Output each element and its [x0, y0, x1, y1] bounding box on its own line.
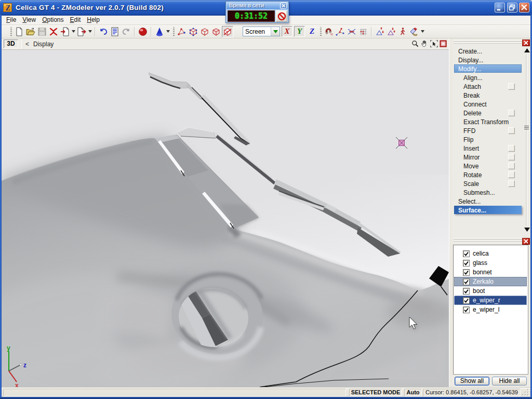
toolbar-gripper[interactable] [171, 27, 176, 36]
axis-constraint-x-button[interactable]: X [282, 26, 292, 37]
paint-select-button[interactable] [408, 26, 420, 37]
close-button[interactable] [519, 3, 529, 12]
command-select[interactable]: Select... [453, 197, 523, 206]
orbit-select-button[interactable] [429, 39, 438, 49]
material-sphere-button[interactable] [137, 26, 149, 37]
objects-panel-grip[interactable] [454, 238, 522, 243]
axis-constraint-z-button[interactable]: Z [307, 26, 317, 37]
disconnect-button[interactable] [276, 10, 287, 22]
magnet-snap-button[interactable] [323, 26, 335, 37]
back-arrow[interactable]: < [25, 41, 29, 48]
weld-vertices-button[interactable] [346, 26, 357, 37]
command-insert[interactable]: Insert [453, 144, 523, 153]
axis-constraint-y-button[interactable]: Y [294, 26, 305, 37]
menu-help[interactable]: Help [84, 16, 103, 24]
online-time-window[interactable]: Время в сети 0:31:52 [225, 1, 289, 23]
maximize-view-button[interactable] [438, 39, 448, 49]
command-option-box[interactable] [508, 110, 514, 116]
open-folder-button[interactable] [25, 26, 36, 37]
show-all-button[interactable]: Show all [455, 377, 489, 385]
command-mirror[interactable]: Mirror [453, 153, 523, 162]
object-visibility-checkbox[interactable] [463, 288, 470, 295]
command-scrollbar-track[interactable] [526, 54, 527, 226]
save-floppy-button[interactable] [36, 26, 48, 37]
toolbar-gripper[interactable] [8, 27, 13, 36]
command-create[interactable]: Create... [453, 47, 523, 56]
hide-all-button[interactable]: Hide all [492, 377, 527, 385]
command-option-box[interactable] [508, 163, 514, 169]
object-row-boot[interactable]: boot [454, 286, 528, 296]
import-file-button[interactable] [59, 26, 71, 37]
minimize-button[interactable] [495, 3, 505, 12]
move-vertex-button[interactable] [335, 26, 346, 37]
mode-edges-button[interactable] [188, 26, 199, 37]
command-modify[interactable]: Modify... [453, 64, 523, 73]
command-ffd[interactable]: FFD [453, 126, 523, 135]
command-break[interactable]: Break [453, 91, 523, 100]
restore-button[interactable] [507, 3, 517, 12]
redo-arrow-button[interactable] [121, 26, 132, 37]
export-file-dropdown[interactable] [87, 26, 92, 37]
primitive-cone-button[interactable] [154, 26, 165, 37]
command-exact-transform[interactable]: Exact Transform [453, 117, 523, 126]
online-time-close-button[interactable] [280, 3, 287, 9]
command-delete[interactable]: Delete [453, 109, 523, 117]
mode-polygons-button[interactable] [210, 26, 222, 37]
object-row-zerkalo[interactable]: Zerkalo [454, 277, 528, 286]
menu-edit[interactable]: Edit [67, 16, 84, 24]
zoom-button[interactable] [410, 39, 420, 49]
snap-grid-button[interactable] [357, 26, 369, 37]
command-display[interactable]: Display... [453, 56, 523, 64]
command-submesh[interactable]: Submesh... [453, 188, 523, 197]
normals-up-button[interactable] [374, 26, 385, 37]
viewport-3d[interactable]: y z x [2, 50, 449, 387]
export-file-button[interactable] [76, 26, 87, 37]
command-attach[interactable]: Attach [453, 82, 523, 91]
objects-panel-close-button[interactable] [522, 238, 530, 245]
object-row-e_wiper_l[interactable]: e_wiper_l [454, 305, 528, 314]
command-option-box[interactable] [508, 154, 514, 160]
command-scrollbar-thumb[interactable] [523, 124, 529, 131]
paint-select-dropdown[interactable] [420, 26, 425, 37]
object-visibility-checkbox[interactable] [463, 269, 470, 276]
view-mode-button[interactable]: 3D [4, 39, 18, 48]
command-flip[interactable]: Flip [453, 135, 523, 144]
command-scale[interactable]: Scale [453, 179, 523, 188]
menu-options[interactable]: Options [39, 16, 66, 24]
command-option-box[interactable] [508, 145, 514, 151]
walk-person-button[interactable] [397, 26, 408, 37]
primitive-cone-dropdown[interactable] [165, 26, 170, 37]
mode-vertices-button[interactable] [176, 26, 188, 37]
menu-view[interactable]: View [19, 16, 39, 24]
pan-hand-button[interactable] [420, 39, 429, 49]
object-row-celica[interactable]: celica [454, 249, 528, 258]
command-align[interactable]: Align... [453, 73, 523, 82]
command-panel-grip[interactable] [454, 40, 522, 45]
command-option-box[interactable] [508, 180, 514, 187]
object-row-e_wiper_r[interactable]: e_wiper_r [454, 296, 528, 305]
status-auto[interactable]: Auto [404, 389, 422, 396]
projection-combo[interactable]: Screen [243, 26, 280, 36]
normals-down-button[interactable] [385, 26, 397, 37]
undo-arrow-button[interactable] [98, 26, 109, 37]
object-visibility-checkbox[interactable] [463, 250, 470, 257]
command-move[interactable]: Move [453, 162, 523, 170]
object-visibility-checkbox[interactable] [463, 260, 470, 267]
object-row-bonnet[interactable]: bonnet [454, 268, 528, 277]
scroll-up-icon[interactable] [523, 47, 530, 53]
command-surface[interactable]: Surface... [453, 206, 523, 215]
object-visibility-checkbox[interactable] [463, 278, 470, 285]
object-visibility-checkbox[interactable] [463, 307, 470, 313]
menu-file[interactable]: File [3, 16, 19, 24]
delete-red-x-button[interactable] [48, 26, 59, 37]
import-file-dropdown[interactable] [71, 26, 76, 37]
mode-faces-button[interactable] [199, 26, 210, 37]
toolbar-gripper[interactable] [318, 27, 323, 36]
command-rotate[interactable]: Rotate [453, 170, 523, 179]
mode-objects-button[interactable] [222, 26, 233, 37]
combo-dropdown-button[interactable] [271, 27, 280, 36]
command-option-box[interactable] [508, 83, 514, 89]
command-option-box[interactable] [508, 171, 514, 178]
command-option-box[interactable] [508, 127, 514, 134]
new-document-button[interactable] [14, 26, 25, 37]
